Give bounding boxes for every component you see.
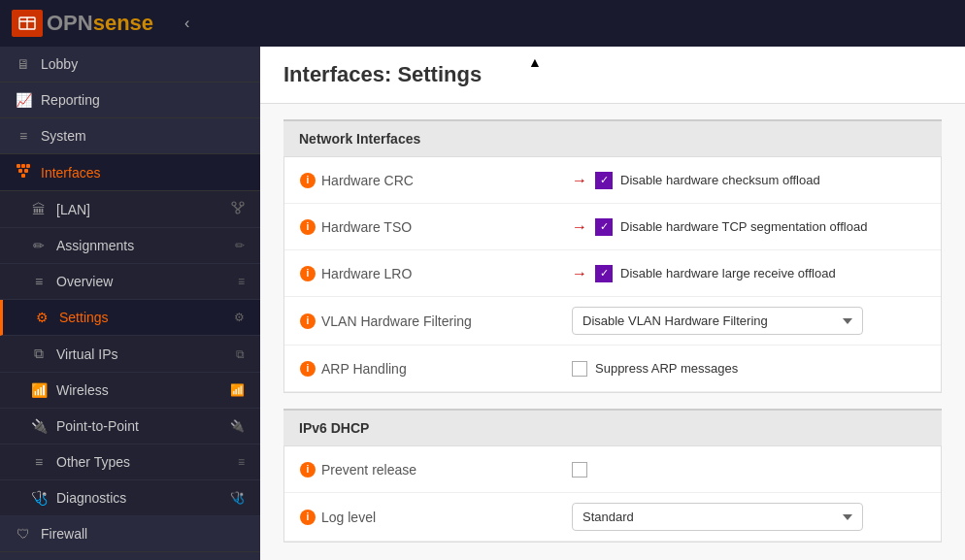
sidebar-item-lobby[interactable]: 🖥 Lobby <box>0 47 260 82</box>
sidebar-item-virtual-ips[interactable]: ⧉ Virtual IPs ⧉ <box>0 336 260 373</box>
checkbox-hardware-lro[interactable]: ✓ <box>595 265 613 282</box>
ptp-icon: 🔌 <box>31 418 47 434</box>
page-header: Interfaces: Settings <box>260 47 965 104</box>
page-title: Interfaces: Settings <box>283 62 942 87</box>
info-icon-vlan[interactable]: i <box>300 313 316 329</box>
check-label-hardware-crc: Disable hardware checksum offload <box>620 173 820 187</box>
value-hardware-lro: → ✓ Disable hardware large receive offlo… <box>556 255 941 292</box>
virtual-ips-icon: ⧉ <box>31 346 47 362</box>
virtual-ips-right-icon: ⧉ <box>236 347 245 361</box>
info-icon-arp[interactable]: i <box>300 361 316 377</box>
info-icon-log-level[interactable]: i <box>300 510 316 525</box>
text-hardware-lro: Hardware LRO <box>321 266 412 281</box>
system-icon: ≡ <box>16 128 31 144</box>
svg-rect-3 <box>17 164 20 168</box>
sidebar-item-settings[interactable]: ⚙ Settings ⚙ <box>0 300 260 336</box>
assignments-icon: ✏ <box>31 238 47 253</box>
interfaces-icon <box>16 164 31 181</box>
wireless-right-icon: 📶 <box>230 383 245 397</box>
text-hardware-tso: Hardware TSO <box>321 219 412 235</box>
svg-rect-7 <box>24 169 28 173</box>
sidebar-label-virtual-ips: Virtual IPs <box>56 346 118 362</box>
info-icon-hardware-tso[interactable]: i <box>300 219 316 235</box>
arrow-icon-hardware-lro: → <box>572 265 587 282</box>
other-types-icon: ≡ <box>31 454 47 470</box>
check-label-hardware-tso: Disable hardware TCP segmentation offloa… <box>620 219 867 234</box>
assignments-right-icon: ✏ <box>235 239 245 252</box>
value-log-level: Standard Debug None <box>556 493 941 541</box>
value-vlan-hw-filter: Disable VLAN Hardware Filtering Enable V… <box>556 297 941 345</box>
checkbox-hardware-crc[interactable]: ✓ <box>595 172 613 189</box>
sidebar-label-wireless: Wireless <box>56 382 109 398</box>
navbar: OPNsense ‹ <box>0 0 965 47</box>
sidebar-item-overview[interactable]: ≡ Overview ≡ <box>0 264 260 300</box>
section-network-interfaces: Network Interfaces <box>283 119 942 156</box>
overview-icon: ≡ <box>31 274 47 289</box>
sidebar-item-interfaces[interactable]: Interfaces <box>0 154 260 191</box>
svg-point-9 <box>232 202 236 206</box>
select-vlan-hw-filter[interactable]: Disable VLAN Hardware Filtering Enable V… <box>572 307 863 335</box>
checkbox-hardware-tso[interactable]: ✓ <box>595 218 613 236</box>
logo: OPNsense <box>12 10 153 37</box>
sidebar-label-reporting: Reporting <box>41 92 100 108</box>
logo-text: OPNsense <box>47 11 153 36</box>
info-icon-hardware-crc[interactable]: i <box>300 173 316 188</box>
value-arp-handling: Suppress ARP messages <box>556 351 941 386</box>
sidebar-item-system[interactable]: ≡ System <box>0 118 260 154</box>
sidebar-toggle[interactable]: ‹ <box>177 11 197 36</box>
select-log-level[interactable]: Standard Debug None <box>572 503 863 531</box>
arrow-icon-hardware-crc: → <box>572 172 587 189</box>
info-icon-prevent-release[interactable]: i <box>300 462 316 478</box>
row-prevent-release: i Prevent release <box>284 446 941 493</box>
wireless-icon: 📶 <box>31 382 47 398</box>
svg-point-11 <box>236 210 240 214</box>
sidebar-item-diagnostics[interactable]: 🩺 Diagnostics 🩺 <box>0 480 260 516</box>
settings-right-icon: ⚙ <box>234 311 245 324</box>
sidebar-item-wireless[interactable]: 📶 Wireless 📶 <box>0 373 260 409</box>
logo-icon <box>12 10 43 37</box>
text-arp-handling: ARP Handling <box>321 361 407 377</box>
sidebar-label-lobby: Lobby <box>41 56 78 72</box>
lan-right-icon <box>231 201 245 217</box>
sidebar-item-firewall[interactable]: 🛡 Firewall <box>0 516 260 552</box>
diagnostics-right-icon: 🩺 <box>230 491 245 505</box>
sidebar-item-other-types[interactable]: ≡ Other Types ≡ <box>0 445 260 480</box>
svg-rect-6 <box>18 169 22 173</box>
section-ipv6-dhcp: IPv6 DHCP <box>283 409 942 445</box>
row-hardware-lro: i Hardware LRO → ✓ Disable hardware larg… <box>284 250 941 297</box>
label-hardware-crc: i Hardware CRC <box>284 163 556 198</box>
firewall-icon: 🛡 <box>16 526 31 542</box>
monitor-icon: 🖥 <box>16 56 31 72</box>
value-hardware-tso: → ✓ Disable hardware TCP segmentation of… <box>556 209 941 246</box>
network-interfaces-panel: i Hardware CRC → ✓ Disable hardware chec… <box>283 156 942 393</box>
checkbox-prevent-release[interactable] <box>572 462 587 478</box>
ptp-right-icon: 🔌 <box>230 419 245 433</box>
value-hardware-crc: → ✓ Disable hardware checksum offload <box>556 162 941 199</box>
row-log-level: i Log level Standard Debug None <box>284 493 941 542</box>
sidebar-item-point-to-point[interactable]: 🔌 Point-to-Point 🔌 <box>0 409 260 445</box>
svg-rect-8 <box>21 174 25 178</box>
sidebar-item-vpn[interactable]: 🔒 VPN <box>0 552 260 560</box>
sidebar-item-assignments[interactable]: ✏ Assignments ✏ <box>0 228 260 264</box>
sidebar-item-lan[interactable]: 🏛 [LAN] <box>0 191 260 228</box>
svg-line-13 <box>238 206 242 210</box>
lan-icon: 🏛 <box>31 202 47 217</box>
label-log-level: i Log level <box>284 500 556 535</box>
sidebar-submenu-interfaces: 🏛 [LAN] ✏ Assignments <box>0 191 260 516</box>
other-types-right-icon: ≡ <box>238 455 245 469</box>
text-hardware-crc: Hardware CRC <box>321 173 414 188</box>
overview-right-icon: ≡ <box>238 275 245 288</box>
row-hardware-tso: i Hardware TSO → ✓ Disable hardware TCP … <box>284 204 941 250</box>
checkbox-arp-handling[interactable] <box>572 361 587 377</box>
sidebar-label-overview: Overview <box>56 274 113 289</box>
sidebar-item-reporting[interactable]: 📈 Reporting <box>0 82 260 118</box>
check-label-hardware-lro: Disable hardware large receive offload <box>620 266 836 280</box>
svg-line-12 <box>234 206 238 210</box>
row-arp-handling: i ARP Handling Suppress ARP messages <box>284 346 941 392</box>
sidebar-label-firewall: Firewall <box>41 526 87 542</box>
svg-rect-5 <box>26 164 30 168</box>
sidebar-label-system: System <box>41 128 86 144</box>
label-prevent-release: i Prevent release <box>284 452 556 487</box>
info-icon-hardware-lro[interactable]: i <box>300 266 316 281</box>
sidebar-label-diagnostics: Diagnostics <box>56 490 126 506</box>
